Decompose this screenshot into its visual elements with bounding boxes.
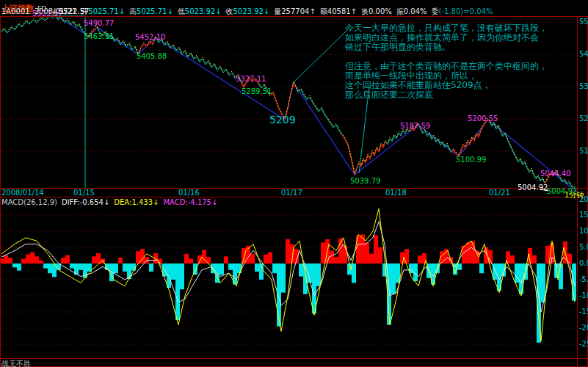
date-axis-tick: 2008/01/14: [1, 189, 44, 197]
quote-fields: 开5025.71↓高5025.71↓低5023.92↓收5023.92↓量257…: [81, 7, 497, 15]
quote-field: 开5025.71↓: [81, 7, 125, 15]
quote-field-value: 5023.92↓: [233, 7, 270, 15]
quote-field-label: 高: [129, 7, 137, 15]
quote-field-label: 额: [320, 7, 327, 15]
status-text: 战无不胜: [1, 360, 31, 367]
quote-field-label: 量: [274, 7, 281, 15]
quote-field-value: 5023.92↓: [185, 7, 222, 15]
quote-field-label: 委: [432, 7, 439, 15]
frame-line: [0, 358, 588, 359]
date-axis-tick: 01/21: [489, 189, 510, 197]
frame-line: [0, 16, 1, 367]
quote-field-value: 0.04%: [404, 7, 427, 15]
quote-bar: 1A00012008/01/21开5025.71↓高5025.71↓低5023.…: [1, 7, 497, 15]
macd-macd-value: MACD:-4.175↓: [163, 198, 217, 206]
quote-field: 委(-1.80)=0.04%: [432, 7, 493, 15]
quote-field: 量257704↑: [274, 7, 316, 15]
quote-field-value: (-1.80)=0.04%: [439, 7, 493, 15]
trading-app-window: 上证指数FD 1A00012008/01/21开5025.71↓高5025.71…: [0, 0, 588, 367]
quote-field: 收5023.92↓: [226, 7, 270, 15]
date-axis-tick: 01/15: [73, 189, 95, 197]
quote-field-value: 5025.71↓: [88, 7, 125, 15]
annotation-line: 错过下午那明显的类背驰。: [345, 43, 548, 52]
quote-field-label: 收: [226, 7, 233, 15]
date-axis-tick: 01/16: [178, 189, 200, 197]
macd-dea-value: DEA:1.433↓: [114, 198, 159, 206]
quote-field-label: 振: [396, 7, 404, 15]
quote-field: 高5025.71↓: [129, 7, 173, 15]
quote-field-label: 低: [178, 7, 185, 15]
quote-field: 振0.04%: [396, 7, 427, 15]
macd-params: MACD(26,12,9): [1, 198, 57, 206]
analysis-annotation: 今天一大早的急拉，只构成了笔，没有破坏下跌段，如果明白这点，操作就太简单了，因为…: [345, 23, 548, 100]
quote-field-label: 换: [361, 7, 369, 15]
frame-line: [0, 197, 588, 197]
quote-field-value: 40581↑: [327, 7, 357, 15]
macd-pane[interactable]: [0, 197, 577, 358]
quote-field-value: 5025.71↓: [137, 7, 173, 15]
title-bar: 上证指数FD: [1, 0, 46, 7]
quote-field: 低5023.92↓: [178, 7, 222, 15]
quote-field-value: 257704↑: [281, 7, 316, 15]
date-axis-tick: 01/17: [281, 189, 302, 197]
quote-field-label: 开: [81, 7, 88, 15]
quote-date: 2008/01/21: [35, 7, 77, 15]
marker-line: [540, 189, 548, 191]
frame-line: [0, 188, 588, 189]
status-bar: 战无不胜: [1, 359, 31, 367]
quote-field: 额40581↑: [320, 7, 357, 15]
macd-header: MACD(26,12,9)DIFF:-0.654↓DEA:1.433↓MACD:…: [1, 198, 217, 206]
date-axis-tick: 01/18: [385, 189, 407, 197]
macd-diff-value: DIFF:-0.654↓: [62, 198, 109, 206]
frame-line: [0, 16, 588, 17]
annotation-line: 那么后面还要二次探底: [345, 90, 548, 100]
period-label[interactable]: 1分钟: [565, 190, 584, 200]
quote-field-value: 0.00%: [369, 7, 392, 15]
instrument-code: 1A0001: [1, 7, 30, 15]
quote-field: 换0.00%: [361, 7, 392, 15]
